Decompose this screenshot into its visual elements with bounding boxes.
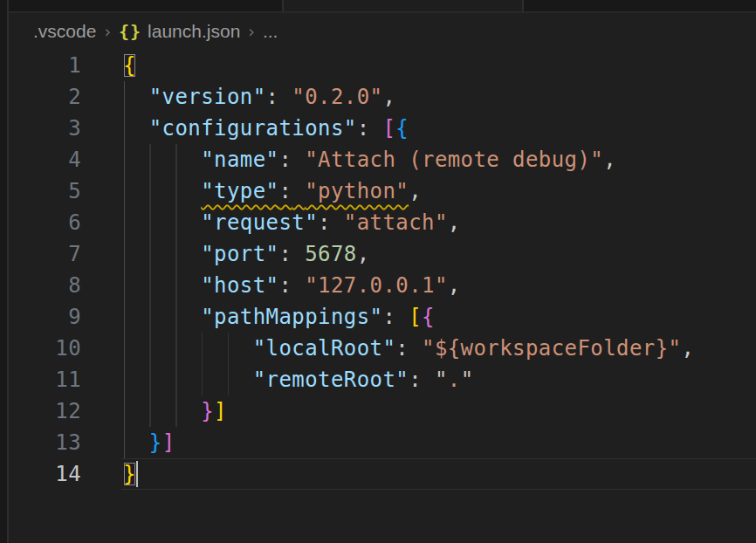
code-text: } xyxy=(123,458,136,490)
line-number[interactable]: 3 xyxy=(10,113,81,144)
code-text: "host": "127.0.0.1", xyxy=(123,270,461,301)
code-token: "version" xyxy=(149,85,266,109)
code-token: "name" xyxy=(201,148,278,172)
code-token xyxy=(331,210,344,235)
code-editor[interactable]: 1{2 "version": "0.2.0",3 "configurations… xyxy=(10,50,756,490)
code-token: "type" xyxy=(201,179,278,203)
code-token: , xyxy=(409,179,422,203)
warning-squiggle: "type": "python" xyxy=(201,179,409,203)
code-line[interactable]: 7 "port": 5678, xyxy=(10,238,756,270)
code-token xyxy=(123,273,201,298)
code-token: "host" xyxy=(201,273,278,298)
code-token: "127.0.0.1" xyxy=(305,273,448,298)
active-tab-edge[interactable] xyxy=(282,0,522,11)
code-token: "request" xyxy=(201,210,318,235)
line-number[interactable]: 12 xyxy=(10,395,81,427)
line-number[interactable]: 6 xyxy=(10,207,81,238)
line-number[interactable]: 10 xyxy=(10,333,81,364)
code-token: "python" xyxy=(305,179,409,203)
code-token: "localRoot" xyxy=(253,336,396,361)
code-token xyxy=(123,116,149,141)
line-number[interactable]: 2 xyxy=(10,81,81,113)
line-number[interactable]: 1 xyxy=(10,50,81,81)
code-token xyxy=(422,368,435,392)
code-token xyxy=(123,85,149,109)
code-token: , xyxy=(448,210,461,235)
code-token: } xyxy=(201,399,214,423)
code-line[interactable]: 3 "configurations": [{ xyxy=(10,113,756,144)
code-token: : xyxy=(278,273,292,298)
tab-bar-border xyxy=(9,11,756,13)
line-number[interactable]: 11 xyxy=(10,364,81,395)
code-token: : xyxy=(278,148,292,172)
code-line[interactable]: 5 "type": "python", xyxy=(10,175,756,207)
code-token xyxy=(278,85,292,109)
code-line[interactable]: 9 "pathMappings": [{ xyxy=(10,301,756,333)
code-token xyxy=(123,210,201,235)
breadcrumb-symbol-ellipsis[interactable]: ... xyxy=(263,21,278,41)
code-token xyxy=(292,179,305,203)
code-line[interactable]: 8 "host": "127.0.0.1", xyxy=(10,270,756,301)
code-text: }] xyxy=(123,427,175,458)
code-text: { xyxy=(123,50,136,81)
code-line[interactable]: 11 "remoteRoot": "." xyxy=(10,364,756,395)
code-token: } xyxy=(149,430,162,455)
code-token xyxy=(123,305,201,329)
code-line[interactable]: 6 "request": "attach", xyxy=(10,207,756,238)
chevron-right-icon: › xyxy=(104,22,111,41)
code-token: { xyxy=(422,305,435,329)
code-token: : xyxy=(278,242,292,266)
code-token: [ xyxy=(409,305,422,329)
code-text: "configurations": [{ xyxy=(123,113,409,144)
code-token: : xyxy=(278,179,292,203)
code-token: "attach" xyxy=(344,210,448,235)
line-number[interactable]: 4 xyxy=(10,144,81,175)
code-token: [ xyxy=(382,116,395,141)
code-line[interactable]: 12 }] xyxy=(10,395,756,427)
code-token xyxy=(409,336,422,361)
code-token: : xyxy=(266,85,279,109)
code-token: : xyxy=(318,210,331,235)
json-file-icon: {} xyxy=(119,21,141,42)
tab-separator xyxy=(282,0,284,11)
code-text: "request": "attach", xyxy=(123,207,461,238)
line-number[interactable]: 14 xyxy=(10,458,81,490)
vscode-editor-window: .vscode›{}launch.json›... 1{2 "version":… xyxy=(0,0,756,543)
line-number[interactable]: 9 xyxy=(10,301,81,333)
code-line[interactable]: 10 "localRoot": "${workspaceFolder}", xyxy=(10,333,756,364)
code-token: , xyxy=(681,336,694,361)
code-token: , xyxy=(357,242,370,266)
code-token: "0.2.0" xyxy=(292,85,382,109)
code-line[interactable]: 1{ xyxy=(10,50,756,81)
code-token: : xyxy=(409,368,422,392)
breadcrumb-folder[interactable]: .vscode xyxy=(33,21,96,41)
line-number[interactable]: 8 xyxy=(10,270,81,301)
code-text: "pathMappings": [{ xyxy=(123,301,435,333)
matched-bracket: { xyxy=(123,53,136,78)
code-text: "port": 5678, xyxy=(123,238,370,270)
line-number[interactable]: 7 xyxy=(10,238,81,270)
code-token: " xyxy=(461,368,474,392)
code-token: "port" xyxy=(201,242,278,266)
code-token: , xyxy=(603,148,616,172)
tab-bar[interactable] xyxy=(9,0,756,11)
code-token xyxy=(123,242,201,266)
code-token: , xyxy=(448,273,461,298)
code-token xyxy=(292,273,305,298)
code-text: "type": "python", xyxy=(123,175,422,207)
code-token: "Attach (remote debug)" xyxy=(305,148,603,172)
code-line[interactable]: 13 }] xyxy=(10,427,756,458)
code-line[interactable]: 2 "version": "0.2.0", xyxy=(10,81,756,113)
code-token: : xyxy=(395,336,409,361)
line-number[interactable]: 5 xyxy=(10,175,81,207)
code-token: "remoteRoot" xyxy=(253,368,409,392)
tab-separator xyxy=(522,0,524,11)
code-token xyxy=(123,430,149,455)
line-number[interactable]: 13 xyxy=(10,427,81,458)
code-line[interactable]: 4 "name": "Attach (remote debug)", xyxy=(10,144,756,175)
breadcrumb-file[interactable]: launch.json xyxy=(148,21,240,41)
code-token xyxy=(292,148,305,172)
code-text: "name": "Attach (remote debug)", xyxy=(123,144,616,175)
code-line[interactable]: 14} xyxy=(10,458,756,490)
code-token xyxy=(292,242,305,266)
